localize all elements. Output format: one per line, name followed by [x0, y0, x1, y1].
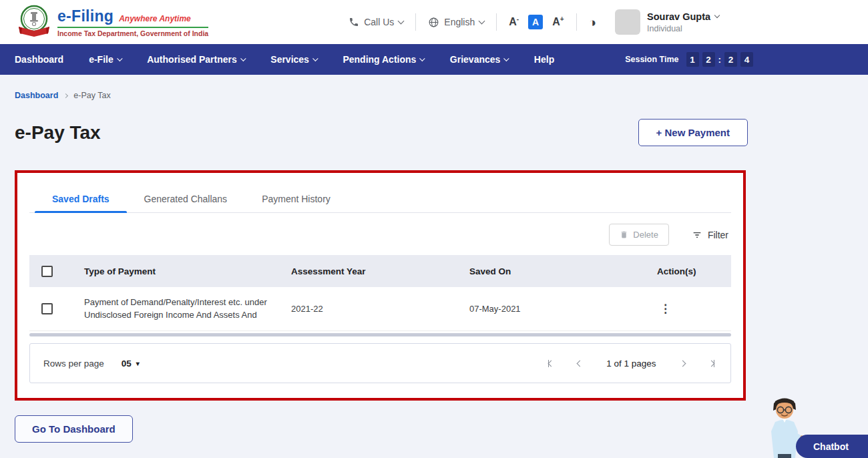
session-digit: 4	[740, 52, 753, 67]
user-menu[interactable]: Sourav Gupta Individual	[615, 9, 719, 35]
column-header-type-of-payment: Type of Payment	[84, 266, 291, 276]
annotation-highlight-box: Saved Drafts Generated Challans Payment …	[15, 170, 746, 401]
row-checkbox[interactable]	[41, 303, 53, 314]
previous-page-button[interactable]	[578, 361, 582, 366]
cell-type-of-payment: Payment of Demand/Penalty/Interest etc. …	[84, 288, 291, 330]
chatbot-button[interactable]: Chatbot	[796, 435, 868, 458]
font-size-controls: A- A A+	[509, 15, 564, 29]
session-digit: 2	[724, 52, 737, 67]
nav-item-services[interactable]: Services	[270, 54, 317, 65]
tab-generated-challans[interactable]: Generated Challans	[127, 185, 245, 212]
new-payment-button[interactable]: + New Payment	[638, 119, 748, 146]
filter-icon	[692, 230, 702, 240]
breadcrumb-current: e-Pay Tax	[73, 91, 110, 100]
user-name: Sourav Gupta	[647, 11, 710, 22]
row-actions-kebab-icon[interactable]: ⋮	[648, 302, 731, 316]
nav-item-grievances[interactable]: Grievances	[450, 54, 509, 65]
chevron-down-icon	[504, 56, 509, 61]
nav-item-authorised-partners[interactable]: Authorised Partners	[147, 54, 245, 65]
globe-icon	[428, 17, 439, 28]
divider	[576, 13, 577, 31]
page-title: e-Pay Tax	[15, 122, 101, 144]
user-role: Individual	[647, 24, 719, 33]
go-to-dashboard-button[interactable]: Go To Dashboard	[15, 415, 133, 443]
pagination-bar: Rows per page 05 ▾ 1 of 1 pages	[29, 343, 731, 383]
avatar	[615, 9, 640, 35]
chevron-down-icon	[398, 18, 405, 25]
top-header: e-Filing Anywhere Anytime Income Tax Dep…	[0, 0, 868, 44]
tab-saved-drafts[interactable]: Saved Drafts	[35, 185, 127, 212]
call-us-menu[interactable]: Call Us	[349, 17, 403, 27]
tab-payment-history[interactable]: Payment History	[244, 185, 348, 212]
tab-bar: Saved Drafts Generated Challans Payment …	[29, 185, 731, 213]
column-header-actions: Action(s)	[648, 266, 731, 276]
brand-name: e-Filing	[57, 7, 114, 25]
session-time-label: Session Time	[625, 55, 678, 64]
trash-icon	[620, 230, 628, 239]
site-logo: e-Filing Anywhere Anytime Income Tax Dep…	[17, 4, 208, 40]
cell-saved-on: 07-May-2021	[469, 304, 648, 314]
rows-per-page-select[interactable]: 05 ▾	[122, 359, 140, 369]
divider	[415, 13, 416, 31]
session-timer: Session Time 1 2 : 2 4	[625, 52, 753, 67]
nav-item-dashboard[interactable]: Dashboard	[15, 54, 63, 65]
nav-item-efile[interactable]: e-File	[89, 54, 122, 65]
chevron-down-icon	[714, 13, 720, 18]
breadcrumb: Dashboard e-Pay Tax	[15, 91, 868, 100]
income-tax-emblem-icon	[17, 4, 51, 40]
header-controls: Call Us English A- A A+ ◑	[349, 13, 596, 31]
divider	[496, 13, 497, 31]
chevron-down-icon	[313, 56, 318, 61]
filter-button[interactable]: Filter	[692, 230, 728, 240]
call-us-label: Call Us	[364, 17, 394, 27]
brand-tagline: Anywhere Anytime	[119, 14, 191, 23]
table-header-row: Type of Payment Assessment Year Saved On…	[29, 255, 731, 287]
language-menu[interactable]: English	[428, 17, 484, 28]
font-decrease-button[interactable]: A-	[509, 15, 519, 28]
chevron-down-icon	[479, 18, 485, 25]
contrast-toggle-icon[interactable]: ◑	[589, 16, 596, 29]
saved-drafts-table: Type of Payment Assessment Year Saved On…	[29, 255, 731, 336]
session-digit: 1	[686, 52, 699, 67]
select-all-checkbox[interactable]	[41, 266, 53, 277]
table-row: Payment of Demand/Penalty/Interest etc. …	[29, 287, 731, 331]
chatbot-widget: Chatbot	[751, 391, 868, 458]
brand-subtitle: Income Tax Department, Government of Ind…	[57, 29, 208, 37]
first-page-button[interactable]	[548, 360, 554, 367]
caret-down-icon: ▾	[136, 360, 140, 367]
font-default-button[interactable]: A	[528, 15, 543, 29]
page-status: 1 of 1 pages	[606, 359, 656, 369]
horizontal-scrollbar[interactable]	[29, 333, 731, 336]
column-header-assessment-year: Assessment Year	[291, 266, 469, 276]
breadcrumb-dashboard-link[interactable]: Dashboard	[15, 91, 58, 100]
chevron-down-icon	[420, 56, 425, 61]
delete-button[interactable]: Delete	[609, 224, 669, 246]
main-navigation: Dashboard e-File Authorised Partners Ser…	[0, 44, 868, 75]
next-page-button[interactable]	[680, 361, 685, 366]
phone-icon	[349, 17, 359, 27]
cell-assessment-year: 2021-22	[291, 304, 469, 314]
chevron-down-icon	[241, 56, 246, 61]
session-digit: 2	[702, 52, 715, 67]
rows-per-page-label: Rows per page	[43, 359, 104, 369]
font-increase-button[interactable]: A+	[552, 15, 564, 28]
column-header-saved-on: Saved On	[469, 266, 648, 276]
nav-item-pending-actions[interactable]: Pending Actions	[343, 54, 424, 65]
chevron-down-icon	[118, 56, 123, 61]
last-page-button[interactable]	[709, 360, 715, 367]
session-separator: :	[718, 55, 722, 65]
language-label: English	[444, 17, 475, 27]
chevron-right-icon	[63, 93, 68, 97]
nav-item-help[interactable]: Help	[534, 54, 554, 65]
